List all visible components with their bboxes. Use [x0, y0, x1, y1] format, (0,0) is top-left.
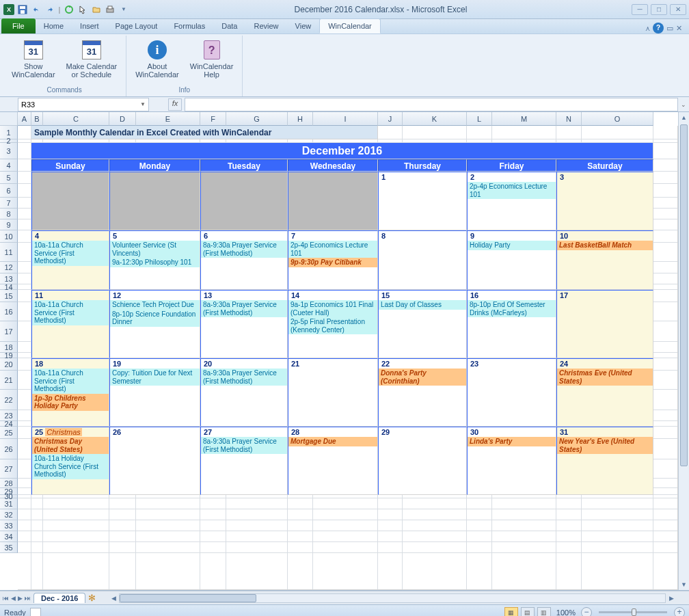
column-header[interactable]: D: [109, 112, 136, 126]
calendar-cell[interactable]: 410a-11a Church Service (First Methodist…: [31, 230, 109, 290]
calendar-event[interactable]: 2p-5p Final Presentation (Kennedy Center…: [288, 317, 377, 334]
calendar-cell[interactable]: 30 Linda's Party: [467, 427, 556, 495]
calendar-cell[interactable]: [288, 172, 378, 230]
fx-button[interactable]: fx: [168, 98, 182, 111]
calendar-cell[interactable]: 22 Donna's Party (Corinthian): [378, 358, 467, 427]
row-header[interactable]: 21: [0, 371, 18, 390]
row-header[interactable]: 5: [0, 172, 18, 184]
wincalendar-help-button[interactable]: ? WinCalendar Help: [187, 37, 237, 81]
save-icon[interactable]: [16, 3, 29, 16]
column-header[interactable]: F: [200, 112, 226, 126]
column-header[interactable]: G: [226, 112, 288, 126]
calendar-cell[interactable]: 10Last BasketBall Match: [556, 230, 653, 290]
calendar-event[interactable]: 8a-9:30a Prayer Service (First Methodist…: [201, 437, 287, 454]
calendar-cell[interactable]: 24 Christmas Eve (United States): [556, 358, 653, 427]
calendar-event[interactable]: 10a-11a Holiday Church Service (First Me…: [32, 454, 109, 479]
calendar-event[interactable]: 2p-4p Economics Lecture 101: [468, 182, 556, 199]
calendar-event[interactable]: 8a-9:30a Prayer Service (First Methodist…: [201, 241, 287, 258]
row-header[interactable]: 34: [0, 531, 18, 542]
print-preview-icon[interactable]: [104, 3, 116, 16]
calendar-cell[interactable]: 26: [109, 427, 200, 495]
refresh-icon[interactable]: [63, 3, 75, 16]
column-header[interactable]: J: [378, 112, 403, 126]
zoom-slider[interactable]: [599, 611, 667, 613]
dropdown-icon[interactable]: ▼: [140, 101, 146, 107]
calendar-cell[interactable]: 1: [378, 172, 467, 230]
minimize-button[interactable]: ─: [632, 4, 648, 15]
calendar-event[interactable]: 10a-11a Church Service (First Methodist): [32, 241, 109, 266]
column-header[interactable]: M: [492, 112, 556, 126]
calendar-event[interactable]: 9a-1p Economics 101 Final (Cueter Hall): [288, 300, 377, 317]
about-wincalendar-button[interactable]: i About WinCalendar: [132, 37, 183, 81]
calendar-event[interactable]: Last Day of Classes: [379, 300, 466, 310]
row-header[interactable]: 19: [0, 353, 18, 358]
calendar-cell[interactable]: 5Volunteer Service (St Vincents)9a-12:30…: [109, 230, 200, 290]
excel-icon[interactable]: X: [3, 3, 15, 16]
expand-formula-icon[interactable]: ⌄: [678, 101, 689, 108]
calendar-event[interactable]: Holiday Party: [468, 241, 556, 250]
calendar-cell[interactable]: 15 Last Day of Classes: [378, 290, 467, 358]
zoom-out-button[interactable]: −: [581, 607, 592, 617]
zoom-percent[interactable]: 100%: [556, 608, 576, 617]
window-restore-icon[interactable]: ▭: [666, 24, 673, 33]
normal-view-button[interactable]: ▦: [504, 607, 518, 617]
row-header[interactable]: 3: [0, 143, 18, 159]
row-header[interactable]: 9: [0, 219, 18, 230]
calendar-cell[interactable]: [200, 172, 288, 230]
zoom-in-button[interactable]: +: [674, 607, 685, 617]
cursor-icon[interactable]: [77, 3, 89, 16]
calendar-cell[interactable]: 149a-1p Economics 101 Final (Cueter Hall…: [288, 290, 378, 358]
calendar-event[interactable]: New Year's Eve (United States): [557, 437, 653, 454]
calendar-cell[interactable]: 25 Christmas Christmas Day (United State…: [31, 427, 109, 495]
row-header[interactable]: 26: [0, 439, 18, 459]
open-icon[interactable]: [90, 3, 103, 16]
row-header[interactable]: 22: [0, 390, 18, 410]
window-close-icon[interactable]: ✕: [676, 24, 682, 33]
row-header[interactable]: 11: [0, 243, 18, 262]
name-box-input[interactable]: [21, 101, 140, 109]
calendar-cell[interactable]: 72p-4p Economics Lecture 1019p-9:30p Pay…: [288, 230, 378, 290]
sheet-nav[interactable]: ⏮◀▶⏭: [0, 595, 33, 602]
scroll-left-icon[interactable]: ◀: [108, 595, 119, 602]
maximize-button[interactable]: □: [651, 4, 667, 15]
tab-home[interactable]: Home: [36, 18, 72, 34]
row-header[interactable]: 15: [0, 290, 18, 302]
scroll-up-icon[interactable]: ▲: [679, 112, 689, 123]
column-header[interactable]: N: [556, 112, 582, 126]
show-wincalendar-button[interactable]: 31 Show WinCalendar: [8, 37, 59, 81]
calendar-event[interactable]: Mortgage Due: [288, 437, 377, 446]
calendar-event[interactable]: 8a-9:30a Prayer Service (First Methodist…: [201, 369, 287, 386]
column-header[interactable]: L: [467, 112, 492, 126]
calendar-cell[interactable]: 19 Copy: Tuition Due for Next Semester: [109, 358, 200, 427]
row-header[interactable]: 27: [0, 459, 18, 479]
worksheet-grid[interactable]: ABCDEFGHIJKLMNO 123456789101112131415161…: [0, 112, 689, 591]
row-header[interactable]: 33: [0, 520, 18, 531]
row-header[interactable]: 31: [0, 498, 18, 509]
row-header[interactable]: 10: [0, 230, 18, 243]
formula-input[interactable]: [185, 98, 678, 111]
calendar-event[interactable]: Christmas Eve (United States): [557, 369, 653, 386]
column-header[interactable]: C: [43, 112, 109, 126]
scroll-thumb[interactable]: [680, 124, 688, 466]
scroll-down-icon[interactable]: ▼: [679, 579, 689, 590]
qat-dropdown-icon[interactable]: ▼: [118, 3, 130, 16]
name-box[interactable]: ▼: [18, 98, 149, 111]
calendar-cell[interactable]: [109, 172, 200, 230]
calendar-cell[interactable]: 3: [556, 172, 653, 230]
cells-area[interactable]: Sample Monthly Calendar in Excel Created…: [18, 126, 678, 590]
calendar-event[interactable]: 10a-11a Church Service (First Methodist): [32, 300, 109, 325]
redo-icon[interactable]: [44, 3, 56, 16]
calendar-cell[interactable]: 208a-9:30a Prayer Service (First Methodi…: [200, 358, 288, 427]
calendar-cell[interactable]: 28 Mortgage Due: [288, 427, 378, 495]
row-header[interactable]: 20: [0, 358, 18, 371]
calendar-event[interactable]: 1p-3p Childrens Holiday Party: [32, 394, 109, 411]
column-header[interactable]: K: [403, 112, 467, 126]
row-header[interactable]: 25: [0, 427, 18, 439]
calendar-event[interactable]: Volunteer Service (St Vincents): [110, 241, 200, 258]
calendar-event[interactable]: 9a-12:30p Philosophy 101: [110, 258, 200, 267]
select-all-corner[interactable]: [0, 112, 18, 126]
macro-record-icon[interactable]: [30, 608, 41, 617]
new-sheet-icon[interactable]: ✻: [88, 593, 96, 603]
scroll-right-icon[interactable]: ▶: [666, 595, 677, 602]
row-header[interactable]: 8: [0, 209, 18, 219]
